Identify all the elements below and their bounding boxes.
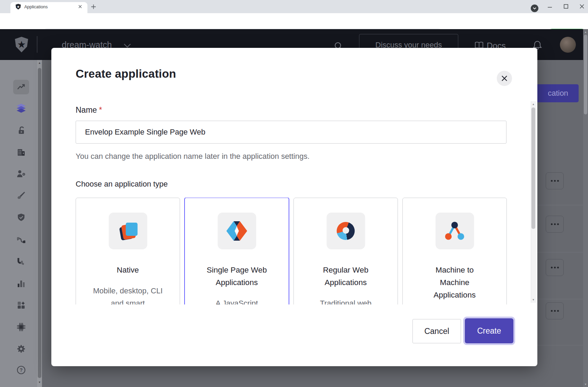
- browser-tab-strip: ★ Applications: [0, 0, 588, 13]
- window-minimize-icon[interactable]: [545, 3, 555, 10]
- row-separator: [537, 205, 583, 205]
- native-icon: [109, 213, 147, 249]
- required-marker: *: [99, 105, 102, 114]
- card-title: Native: [76, 264, 180, 276]
- create-button[interactable]: Create: [465, 318, 513, 343]
- sidebar-scroll-down-icon[interactable]: ▼: [37, 381, 42, 384]
- building-icon: [17, 148, 25, 156]
- sidebar-item-security[interactable]: [12, 210, 30, 225]
- sidebar-item-user-management[interactable]: [12, 166, 30, 181]
- sidebar-item-authentication[interactable]: [12, 123, 30, 138]
- card-description: Traditional web: [294, 297, 398, 304]
- help-circle-icon: ?: [17, 366, 26, 375]
- sidebar-item-help[interactable]: ?: [12, 362, 30, 378]
- pipeline-icon: [17, 258, 25, 266]
- svg-text:★: ★: [17, 39, 26, 50]
- svg-text:?: ?: [20, 367, 23, 373]
- modal-scroll-up-icon[interactable]: ▲: [531, 103, 536, 106]
- spa-icon: [218, 213, 256, 249]
- user-gear-icon: [17, 170, 26, 178]
- sidebar-item-actions[interactable]: [12, 232, 30, 248]
- create-application-button-background[interactable]: cation: [537, 84, 579, 102]
- card-machine-to-machine[interactable]: Machine to Machine Applications: [402, 198, 507, 304]
- row-menu-button[interactable]: [546, 259, 564, 276]
- screen: ★ Applications manage.auth0.com/dashboar…: [0, 0, 588, 387]
- activity-icon: [13, 80, 29, 94]
- row-menu-button[interactable]: [546, 216, 564, 233]
- page-scroll-down-icon[interactable]: ▼: [583, 383, 588, 386]
- actions-flow-icon: [17, 236, 26, 244]
- row-separator: [537, 345, 583, 345]
- page-scroll-up-icon[interactable]: ▲: [583, 31, 588, 34]
- sidebar-item-applications[interactable]: [12, 101, 30, 116]
- tenant-chevron-icon[interactable]: [123, 43, 131, 48]
- browser-tab[interactable]: [10, 2, 87, 13]
- tab-title: Applications: [24, 5, 48, 9]
- create-application-modal: Create application Name* You can change …: [51, 48, 537, 366]
- window-maximize-icon[interactable]: [561, 3, 571, 10]
- sidebar-scroll-up-icon[interactable]: ▲: [37, 61, 42, 65]
- applications-layers-icon: [17, 104, 26, 113]
- tab-close-icon[interactable]: [78, 4, 83, 9]
- gear-icon: [17, 344, 26, 353]
- sidebar-scrollbar-thumb[interactable]: [38, 68, 41, 378]
- auth0-logo-icon: ★: [14, 37, 29, 53]
- window-close-icon[interactable]: [577, 3, 587, 10]
- user-avatar[interactable]: [560, 37, 576, 53]
- card-title: Regular Web Applications: [294, 264, 398, 289]
- modal-title: Create application: [76, 67, 176, 80]
- header-divider: [37, 36, 37, 53]
- application-type-cards: Native Mobile, desktop, CLI and smart Si…: [76, 198, 508, 304]
- marketplace-icon: [17, 301, 25, 309]
- lock-open-icon: [17, 126, 25, 135]
- page-scrollbar-thumb[interactable]: [584, 35, 587, 114]
- new-tab-icon[interactable]: [91, 4, 96, 9]
- modal-scroll-down-icon[interactable]: ▼: [531, 298, 536, 302]
- cancel-button[interactable]: Cancel: [412, 319, 461, 343]
- sidebar-item-auth-pipeline[interactable]: [12, 254, 30, 269]
- browser-toolbar: manage.auth0.com/dashboard/eu/dream-watc…: [0, 13, 588, 29]
- card-description: A JavaScript: [185, 297, 289, 304]
- sidebar-item-branding[interactable]: [12, 188, 30, 203]
- shield-check-icon: [17, 213, 25, 222]
- card-single-page-web[interactable]: Single Page Web Applications A JavaScrip…: [184, 198, 289, 304]
- chip-icon: [17, 322, 26, 332]
- browser-update-chevron-icon[interactable]: [531, 5, 538, 12]
- sidebar-nav: ?: [0, 60, 42, 387]
- row-menu-button[interactable]: [546, 302, 564, 319]
- card-regular-web[interactable]: Regular Web Applications Traditional web: [293, 198, 398, 304]
- row-menu-button[interactable]: [546, 172, 564, 189]
- modal-close-button[interactable]: [497, 71, 512, 86]
- card-description: Mobile, desktop, CLI and smart: [76, 285, 180, 304]
- modal-scrollbar-thumb[interactable]: [531, 108, 535, 229]
- bar-chart-icon: [17, 280, 25, 288]
- auth0-favicon-icon: ★: [15, 4, 21, 10]
- m2m-icon: [435, 213, 474, 249]
- name-helper-text: You can change the application name late…: [76, 152, 309, 161]
- paintbrush-icon: [17, 191, 25, 200]
- card-native[interactable]: Native Mobile, desktop, CLI and smart: [76, 198, 180, 304]
- close-icon: [501, 75, 508, 82]
- sidebar-item-marketplace[interactable]: [12, 298, 30, 313]
- application-type-label: Choose an application type: [76, 180, 168, 189]
- sidebar-item-organizations[interactable]: [12, 145, 30, 160]
- card-title: Single Page Web Applications: [185, 264, 289, 289]
- svg-text:★: ★: [17, 5, 20, 9]
- regular-web-icon: [326, 213, 365, 249]
- row-separator: [537, 252, 583, 252]
- card-description: [403, 285, 506, 297]
- application-name-input[interactable]: [76, 121, 506, 144]
- sidebar-item-settings[interactable]: [12, 341, 30, 356]
- name-field-label: Name*: [76, 105, 102, 115]
- sidebar-item-monitoring[interactable]: [12, 276, 30, 291]
- row-separator: [537, 299, 583, 299]
- sidebar-item-extensions[interactable]: [12, 319, 30, 335]
- sidebar-item-activity[interactable]: [12, 79, 30, 95]
